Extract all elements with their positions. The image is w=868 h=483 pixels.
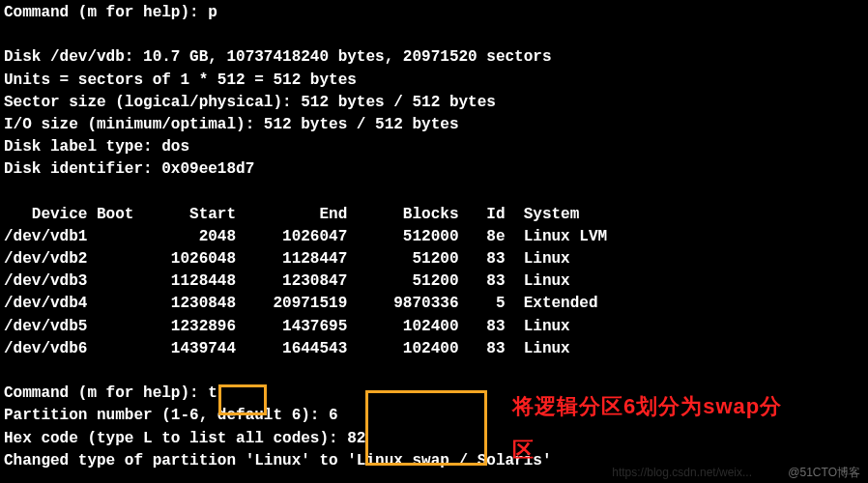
table-row: /dev/vdb6 1439744 1644543 102400 83 Linu… <box>4 340 570 357</box>
term-line: Command (m for help): p <box>4 4 217 21</box>
term-line: Hex code (type L to list all codes): 82 <box>4 430 365 447</box>
table-row: /dev/vdb2 1026048 1128447 51200 83 Linux <box>4 250 570 268</box>
term-line: Disk /dev/vdb: 10.7 GB, 10737418240 byte… <box>4 48 552 66</box>
table-row: /dev/vdb5 1232896 1437695 102400 83 Linu… <box>4 318 570 335</box>
term-line: I/O size (minimum/optimal): 512 bytes / … <box>4 116 458 133</box>
table-header: Device Boot Start End Blocks Id System <box>4 206 579 223</box>
table-row: /dev/vdb4 1230848 20971519 9870336 5 Ext… <box>4 295 598 312</box>
term-line: Partition number (1-6, default 6): 6 <box>4 407 338 424</box>
term-line: Disk identifier: 0x09ee18d7 <box>4 160 254 178</box>
watermark-csdn: https://blog.csdn.net/weix... <box>612 465 752 481</box>
annotation-line-2: 区 <box>512 435 535 466</box>
highlight-box-inputs <box>365 390 487 466</box>
term-line: Sector size (logical/physical): 512 byte… <box>4 94 496 111</box>
table-row: /dev/vdb1 2048 1026047 512000 8e Linux L… <box>4 228 607 245</box>
highlight-box-t <box>218 384 267 415</box>
term-line: Command (m for help): t <box>4 384 217 402</box>
annotation-line-1: 将逻辑分区6划分为swap分 <box>512 391 782 422</box>
watermark-51cto: @51CTO博客 <box>788 465 860 481</box>
term-line: Disk label type: dos <box>4 138 189 156</box>
term-line: Units = sectors of 1 * 512 = 512 bytes <box>4 71 357 89</box>
table-row: /dev/vdb3 1128448 1230847 51200 83 Linux <box>4 272 570 290</box>
